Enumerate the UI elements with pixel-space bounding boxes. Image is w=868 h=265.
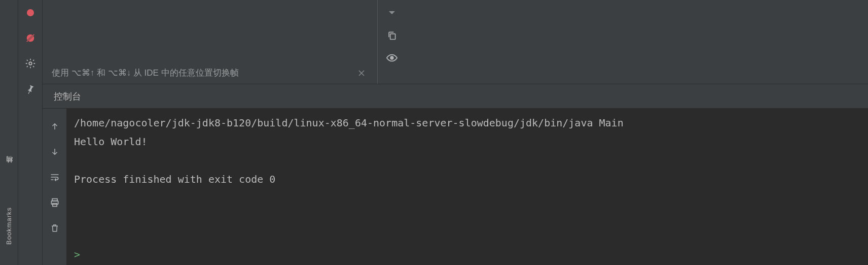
clear-button[interactable]	[47, 220, 62, 236]
console-toolbar	[43, 109, 67, 265]
svg-rect-6	[390, 34, 395, 40]
left-tool-gutter: 结构 Bookmarks	[0, 0, 18, 265]
frames-panel: 使用 ⌥⌘↑ 和 ⌥⌘↓ 从 IDE 中的任意位置切换帧	[43, 0, 377, 84]
structure-label: 结构	[5, 168, 13, 169]
scroll-down-button[interactable]	[47, 144, 62, 159]
console-prompt: >	[74, 245, 80, 264]
debug-toolbar	[18, 0, 43, 265]
variables-area	[406, 0, 868, 84]
trash-icon	[50, 223, 59, 233]
tab-console[interactable]: 控制台	[54, 90, 81, 103]
print-icon	[50, 197, 60, 208]
main-panel: 使用 ⌥⌘↑ 和 ⌥⌘↓ 从 IDE 中的任意位置切换帧	[43, 0, 868, 265]
frames-area: 使用 ⌥⌘↑ 和 ⌥⌘↓ 从 IDE 中的任意位置切换帧	[43, 0, 868, 84]
scroll-up-button[interactable]	[47, 119, 62, 134]
down-arrow-icon	[50, 147, 59, 156]
up-arrow-icon	[50, 122, 59, 131]
bookmarks-label: Bookmarks	[5, 207, 13, 245]
settings-button[interactable]	[23, 56, 38, 71]
pin-button[interactable]	[23, 81, 38, 96]
svg-point-7	[390, 56, 393, 59]
frames-hint-text: 使用 ⌥⌘↑ 和 ⌥⌘↓ 从 IDE 中的任意位置切换帧	[52, 67, 239, 79]
mute-breakpoints-icon	[25, 32, 36, 44]
console-tabs: 控制台	[43, 84, 868, 109]
copy-stack-button[interactable]	[385, 28, 399, 43]
frames-hint-row: 使用 ⌥⌘↑ 和 ⌥⌘↓ 从 IDE 中的任意位置切换帧	[52, 67, 369, 79]
bookmarks-tool-window-button[interactable]: Bookmarks	[5, 207, 13, 245]
console-area: /home/nagocoler/jdk-jdk8-b120/build/linu…	[43, 109, 868, 265]
print-button[interactable]	[47, 195, 62, 210]
soft-wrap-icon	[50, 173, 60, 182]
close-icon	[358, 70, 365, 77]
mute-breakpoints-button[interactable]	[23, 30, 38, 46]
collapse-button[interactable]	[385, 6, 399, 20]
console-line-4: Process finished with exit code 0	[74, 173, 275, 185]
console-line-2: Hello World!	[74, 136, 148, 148]
soft-wrap-button[interactable]	[47, 170, 62, 185]
gear-icon	[25, 58, 36, 69]
close-hint-button[interactable]	[354, 68, 369, 79]
console-line-1: /home/nagocoler/jdk-jdk8-b120/build/linu…	[74, 117, 624, 129]
stop-button[interactable]	[23, 5, 38, 20]
eye-icon	[386, 54, 397, 62]
pin-icon	[25, 84, 35, 94]
chevron-down-icon	[388, 10, 396, 16]
console-output[interactable]: /home/nagocoler/jdk-jdk8-b120/build/linu…	[67, 109, 868, 265]
svg-point-3	[29, 62, 32, 65]
stop-icon	[27, 9, 34, 16]
copy-icon	[387, 30, 397, 41]
watch-button[interactable]	[385, 51, 399, 65]
frames-mini-toolbar	[377, 0, 406, 84]
structure-tool-window-button[interactable]: 结构	[5, 168, 14, 169]
